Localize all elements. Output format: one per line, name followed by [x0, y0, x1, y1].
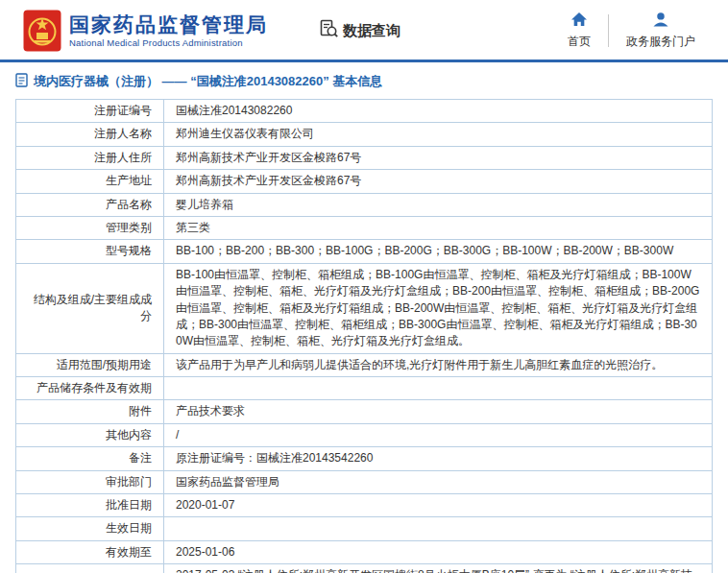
row-label: 适用范围/预期用途	[16, 353, 164, 376]
row-label: 注册人住所	[16, 146, 164, 169]
row-label: 结构及组成/主要组成成分	[16, 263, 164, 353]
table-row: 结构及组成/主要组成成分 BB-100由恒温罩、控制柜、箱柜组成；BB-100G…	[16, 263, 713, 353]
row-value: 第三类	[164, 216, 713, 239]
table-row: 注册人名称 郑州迪生仪器仪表有限公司	[16, 123, 713, 146]
data-query-icon	[318, 18, 339, 43]
row-label: 注册人名称	[16, 123, 164, 146]
registration-info-table: 注册证编号 国械注准20143082260 注册人名称 郑州迪生仪器仪表有限公司…	[15, 99, 713, 573]
table-row: 变更情况 2017-05-03 “注册人住所:郑州高新开发区国槐街8号火炬大厦B…	[16, 564, 713, 573]
row-value: 郑州高新技术产业开发区金梭路67号	[164, 146, 713, 169]
row-value: 郑州高新技术产业开发区金梭路67号	[164, 170, 713, 193]
row-value: BB-100由恒温罩、控制柜、箱柜组成；BB-100G由恒温罩、控制柜、箱柜及光…	[164, 263, 713, 353]
row-label: 型号规格	[16, 240, 164, 263]
table-row: 其他内容 /	[16, 423, 713, 446]
org-name-cn: 国家药品监督管理局	[69, 13, 268, 36]
row-label: 生效日期	[16, 517, 164, 540]
row-label: 变更情况	[16, 564, 164, 573]
table-row: 备注 原注册证编号：国械注准20143542260	[16, 447, 713, 470]
table-row: 生效日期	[16, 517, 713, 540]
table-row: 生产地址 郑州高新技术产业开发区金梭路67号	[16, 170, 713, 193]
table-row: 适用范围/预期用途 该产品用于为早产儿和病弱儿提供适合的环境,光疗灯附件用于新生…	[16, 353, 713, 376]
national-emblem-logo-icon	[23, 10, 61, 52]
table-row: 附件 产品技术要求	[16, 400, 713, 423]
nav-home-label: 首页	[568, 34, 591, 50]
row-label: 注册证编号	[16, 100, 164, 123]
row-value	[164, 377, 713, 400]
row-label: 备注	[16, 447, 164, 470]
brand: 国家药品监督管理局 National Medical Products Admi…	[23, 10, 268, 52]
home-icon	[570, 12, 588, 31]
table-row: 有效期至 2025-01-06	[16, 540, 713, 563]
table-row: 注册证编号 国械注准20143082260	[16, 100, 713, 123]
user-icon	[652, 12, 669, 31]
nav-portal-label: 政务服务门户	[626, 34, 695, 50]
top-nav: 首页 政务服务门户	[550, 12, 713, 50]
table-row: 产品名称 婴儿培养箱	[16, 193, 713, 216]
row-value: 产品技术要求	[164, 400, 713, 423]
row-value	[164, 517, 713, 540]
page-title: 境内医疗器械（注册） —— “国械注准20143082260” 基本信息	[34, 73, 382, 90]
row-value: BB-100；BB-200；BB-300；BB-100G；BB-200G；BB-…	[164, 240, 713, 263]
table-row: 管理类别 第三类	[16, 216, 713, 239]
row-label: 其他内容	[16, 423, 164, 446]
row-value: 国家药品监督管理局	[164, 470, 713, 493]
table-row: 型号规格 BB-100；BB-200；BB-300；BB-100G；BB-200…	[16, 240, 713, 263]
table-row: 批准日期 2020-01-07	[16, 494, 713, 517]
org-name-en: National Medical Products Administration	[69, 37, 268, 48]
nav-home[interactable]: 首页	[550, 12, 608, 50]
row-value: 国械注准20143082260	[164, 100, 713, 123]
row-value: /	[164, 423, 713, 446]
table-row: 注册人住所 郑州高新技术产业开发区金梭路67号	[16, 146, 713, 169]
row-label: 附件	[16, 400, 164, 423]
table-row: 产品储存条件及有效期	[16, 377, 713, 400]
nav-portal[interactable]: 政务服务门户	[609, 12, 713, 50]
row-value: 郑州迪生仪器仪表有限公司	[164, 123, 713, 146]
row-value: 原注册证编号：国械注准20143542260	[164, 447, 713, 470]
row-label: 生产地址	[16, 170, 164, 193]
row-value: 该产品用于为早产儿和病弱儿提供适合的环境,光疗灯附件用于新生儿高胆红素血症的光照…	[164, 353, 713, 376]
row-label: 管理类别	[16, 216, 164, 239]
row-label: 审批部门	[16, 470, 164, 493]
row-value: 2020-01-07	[164, 494, 713, 517]
document-icon	[15, 73, 28, 90]
brand-text: 国家药品监督管理局 National Medical Products Admi…	[69, 13, 268, 48]
header: 国家药品监督管理局 National Medical Products Admi…	[0, 0, 728, 60]
row-value: 2017-05-03 “注册人住所:郑州高新开发区国槐街8号火炬大厦B座10层”…	[164, 564, 713, 573]
table-row: 审批部门 国家药品监督管理局	[16, 470, 713, 493]
breadcrumb: 境内医疗器械（注册） —— “国械注准20143082260” 基本信息	[0, 62, 728, 99]
data-query-label: 数据查询	[343, 22, 400, 40]
row-label: 产品储存条件及有效期	[16, 377, 164, 400]
row-label: 产品名称	[16, 193, 164, 216]
data-query-button[interactable]: 数据查询	[318, 18, 400, 43]
row-value: 婴儿培养箱	[164, 193, 713, 216]
row-value: 2025-01-06	[164, 540, 713, 563]
row-label: 有效期至	[16, 540, 164, 563]
row-label: 批准日期	[16, 494, 164, 517]
